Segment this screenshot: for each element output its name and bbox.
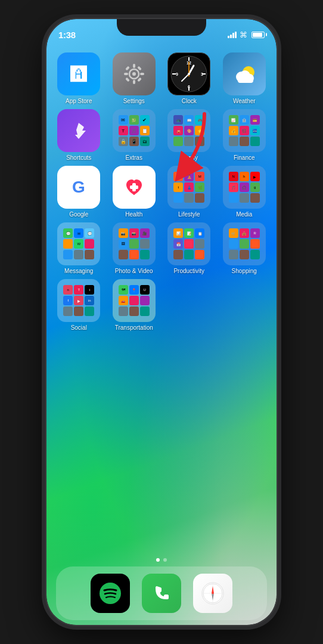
home-screen: 🅰 App Store bbox=[46, 45, 277, 625]
safari-dock-item[interactable] bbox=[193, 574, 232, 613]
media-icon: N h ▶ 🎵 🎧 g bbox=[223, 166, 266, 209]
phone-dock-item[interactable] bbox=[142, 574, 181, 613]
svg-point-24 bbox=[188, 73, 190, 75]
status-time: 1:38 bbox=[58, 30, 76, 40]
safari-dock-icon bbox=[193, 574, 232, 613]
status-icons: ⌘ bbox=[228, 30, 265, 39]
photo-video-icon: 📷 📸 🎥 🖼 bbox=[113, 222, 156, 265]
clock-label: Clock bbox=[165, 98, 213, 104]
lifestyle-icon: 🏃 🧘 M t 👗 🌿 bbox=[167, 166, 210, 209]
productivity-icon: 📊 📝 📋 📅 bbox=[167, 222, 210, 265]
health-icon bbox=[113, 166, 156, 209]
svg-text:6: 6 bbox=[188, 85, 190, 89]
svg-rect-3 bbox=[133, 64, 135, 68]
app-store-label: App Store bbox=[55, 98, 103, 104]
weather-label: Weather bbox=[220, 98, 268, 104]
svg-rect-9 bbox=[125, 78, 130, 82]
shopping-label: Shopping bbox=[220, 268, 268, 274]
health-item[interactable]: Health bbox=[109, 166, 160, 218]
photo-video-item[interactable]: 📷 📸 🎥 🖼 Photo & Video bbox=[109, 222, 160, 274]
lifestyle-label: Lifestyle bbox=[165, 211, 213, 218]
settings-item[interactable]: Settings bbox=[109, 52, 160, 104]
transportation-item[interactable]: 🗺 📍 U 🚗 Transportation bbox=[109, 279, 160, 331]
svg-text:G: G bbox=[72, 178, 85, 196]
weather-item[interactable]: Weather bbox=[219, 52, 270, 104]
social-label: Social bbox=[55, 324, 103, 331]
messaging-item[interactable]: 💬 ✉ 💬 W Messaging bbox=[54, 222, 104, 274]
svg-rect-32 bbox=[130, 185, 138, 189]
app-grid: 🅰 App Store bbox=[51, 50, 272, 553]
svg-point-2 bbox=[132, 72, 136, 76]
transportation-icon: 🗺 📍 U 🚗 bbox=[113, 279, 156, 322]
media-label: Media bbox=[220, 211, 268, 218]
weather-icon bbox=[223, 52, 266, 95]
finance-icon: 📈 🏦 💳 💰 💱 🏧 bbox=[223, 109, 266, 152]
lifestyle-item[interactable]: 🏃 🧘 M t 👗 🌿 Lifestyle bbox=[164, 166, 215, 218]
google-icon: G bbox=[57, 166, 100, 209]
settings-icon bbox=[113, 52, 156, 95]
family-label: Family bbox=[165, 154, 213, 161]
finance-label: Finance bbox=[220, 154, 268, 161]
app-store-icon: 🅰 bbox=[57, 52, 100, 95]
svg-rect-6 bbox=[140, 73, 144, 75]
messaging-icon: 💬 ✉ 💬 W bbox=[57, 222, 100, 265]
svg-rect-4 bbox=[133, 80, 135, 84]
svg-rect-5 bbox=[124, 73, 128, 75]
shortcuts-label: Shortcuts bbox=[55, 154, 103, 161]
shortcuts-item[interactable]: Shortcuts bbox=[54, 109, 104, 161]
health-label: Health bbox=[110, 211, 158, 218]
side-button[interactable] bbox=[277, 91, 278, 126]
svg-rect-7 bbox=[125, 66, 130, 71]
spotify-dock-item[interactable] bbox=[91, 574, 130, 613]
app-store-item[interactable]: 🅰 App Store bbox=[54, 52, 104, 104]
social-icon: n T t f ▶ in bbox=[57, 279, 100, 322]
productivity-label: Productivity bbox=[165, 268, 213, 274]
extras-label: Extras bbox=[110, 154, 158, 161]
dot-2 bbox=[163, 558, 167, 562]
spotify-dock-icon bbox=[91, 574, 130, 613]
svg-text:🅰: 🅰 bbox=[70, 65, 87, 83]
social-item[interactable]: n T t f ▶ in Social bbox=[54, 279, 104, 331]
svg-rect-29 bbox=[238, 78, 253, 83]
phone-screen: 1:38 ⌘ bbox=[46, 19, 277, 625]
wifi-icon: ⌘ bbox=[240, 30, 247, 39]
google-item[interactable]: G Google bbox=[54, 166, 104, 218]
notch bbox=[117, 19, 206, 36]
family-item[interactable]: 📺 📖 🎮 🎪 🎨 ⭐ Family bbox=[164, 109, 215, 161]
svg-text:3: 3 bbox=[201, 72, 203, 76]
phone-dock-icon bbox=[142, 574, 181, 613]
google-label: Google bbox=[55, 211, 103, 218]
iphone-frame: 1:38 ⌘ bbox=[45, 18, 278, 626]
extras-item[interactable]: ✉ 💹 ✔ T 🎵 📋 🔒 📱 🗂 Extras bbox=[109, 109, 160, 161]
photo-video-label: Photo & Video bbox=[110, 268, 158, 274]
dot-1 bbox=[156, 558, 160, 562]
signal-icon bbox=[228, 32, 237, 38]
clock-item[interactable]: 12 3 6 9 Clock bbox=[164, 52, 215, 104]
family-icon: 📺 📖 🎮 🎪 🎨 ⭐ bbox=[167, 109, 210, 152]
finance-item[interactable]: 📈 🏦 💳 💰 💱 🏧 Finance bbox=[219, 109, 270, 161]
messaging-label: Messaging bbox=[55, 268, 103, 274]
battery-icon bbox=[251, 32, 265, 38]
svg-text:9: 9 bbox=[176, 72, 178, 76]
clock-icon: 12 3 6 9 bbox=[167, 52, 210, 95]
page-dots bbox=[51, 553, 272, 566]
settings-label: Settings bbox=[110, 98, 158, 104]
transportation-label: Transportation bbox=[110, 324, 158, 331]
shopping-item[interactable]: 🛒 👜 R Shopping bbox=[219, 222, 270, 274]
dock bbox=[56, 566, 267, 620]
shortcuts-icon bbox=[57, 109, 100, 152]
media-item[interactable]: N h ▶ 🎵 🎧 g Media bbox=[219, 166, 270, 218]
productivity-item[interactable]: 📊 📝 📋 📅 Productivity bbox=[164, 222, 215, 274]
extras-icon: ✉ 💹 ✔ T 🎵 📋 🔒 📱 🗂 bbox=[113, 109, 156, 152]
shopping-icon: 🛒 👜 R bbox=[223, 222, 266, 265]
